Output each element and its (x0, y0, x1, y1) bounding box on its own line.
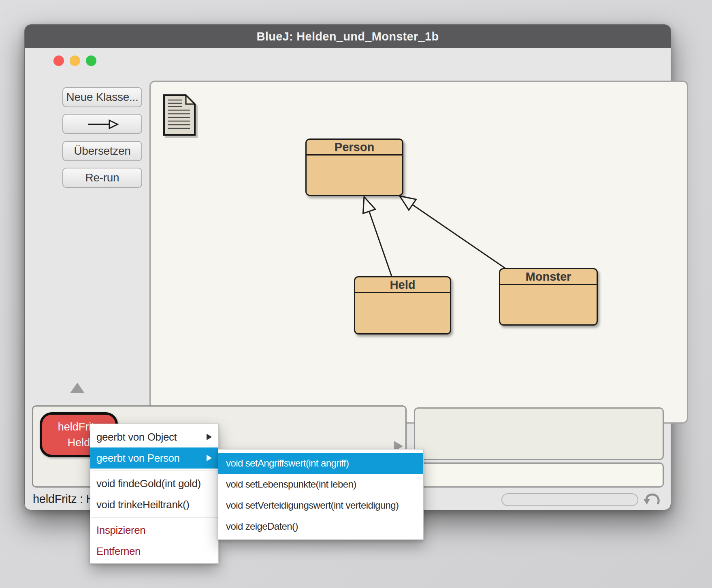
submenu-arrow-icon (207, 455, 212, 461)
menu-item-label: void setVerteidigungswert(int verteidigu… (226, 500, 399, 511)
compile-button[interactable]: Übersetzen (62, 141, 142, 161)
menu-item-label: Inspizieren (96, 524, 145, 536)
menu-item-trinkeheiltrank[interactable]: void trinkeHeiltrank() (90, 494, 218, 515)
menu-item-label: void setLebenspunkte(int leben) (226, 479, 356, 490)
menu-item-label: void trinkeHeiltrank() (96, 499, 190, 511)
return-arrow-icon[interactable] (643, 490, 662, 509)
class-diagram-panel[interactable]: Person Held Monster (149, 81, 688, 424)
menu-item-inherited-object[interactable]: geerbt von Object (90, 426, 218, 447)
submenu-arrow-icon (207, 434, 212, 440)
minimize-window-button[interactable] (70, 55, 80, 66)
submenu-item-setangriffswert[interactable]: void setAngriffswert(int angriff) (218, 453, 423, 474)
bottom-bar-text-field[interactable] (501, 493, 638, 506)
object-context-menu: geerbt von Object geerbt von Person void… (90, 424, 219, 564)
zoom-window-button[interactable] (86, 55, 96, 66)
window-titlebar[interactable]: BlueJ: Helden_und_Monster_1b (25, 25, 671, 48)
codepad-history-panel[interactable] (414, 407, 664, 460)
menu-item-label: geerbt von Object (96, 431, 177, 443)
menu-item-label: Entfernen (96, 545, 141, 557)
class-name-held: Held (355, 277, 450, 293)
menu-item-inherited-person[interactable]: geerbt von Person (90, 447, 218, 469)
menu-item-findegold[interactable]: void findeGold(int gold) (90, 473, 218, 494)
window-title: BlueJ: Helden_und_Monster_1b (25, 25, 671, 48)
codepad-input-panel[interactable] (414, 462, 664, 488)
submenu-item-setverteidigungswert[interactable]: void setVerteidigungswert(int verteidigu… (218, 495, 423, 516)
new-class-button[interactable]: Neue Klasse... (62, 87, 142, 107)
menu-item-label: void setAngriffswert(int angriff) (226, 458, 349, 469)
bench-collapse-arrow-icon[interactable] (70, 383, 85, 393)
uses-arrow-button[interactable] (62, 114, 142, 134)
inheritance-arrows (151, 82, 687, 422)
rerun-button[interactable]: Re-run (62, 168, 142, 188)
class-name-person: Person (307, 140, 402, 156)
readme-document-icon[interactable] (163, 94, 196, 136)
menu-separator (91, 517, 218, 518)
menu-item-remove[interactable]: Entfernen (90, 541, 218, 562)
submenu-item-zeigedaten[interactable]: void zeigeDaten() (218, 516, 423, 537)
menu-item-inspect[interactable]: Inspizieren (90, 520, 218, 541)
close-window-button[interactable] (53, 55, 64, 66)
class-name-monster: Monster (500, 269, 597, 285)
menu-item-label: void findeGold(int gold) (96, 477, 201, 490)
submenu-item-setlebenspunkte[interactable]: void setLebenspunkte(int leben) (218, 474, 423, 495)
menu-item-label: void zeigeDaten() (226, 521, 298, 532)
menu-item-label: geerbt von Person (96, 452, 180, 464)
class-box-monster[interactable]: Monster (499, 268, 598, 326)
class-box-person[interactable]: Person (305, 138, 403, 196)
inherited-person-submenu: void setAngriffswert(int angriff) void s… (218, 449, 424, 540)
menu-separator (91, 471, 218, 471)
uses-arrow-icon (86, 119, 119, 130)
class-box-held[interactable]: Held (354, 276, 451, 334)
